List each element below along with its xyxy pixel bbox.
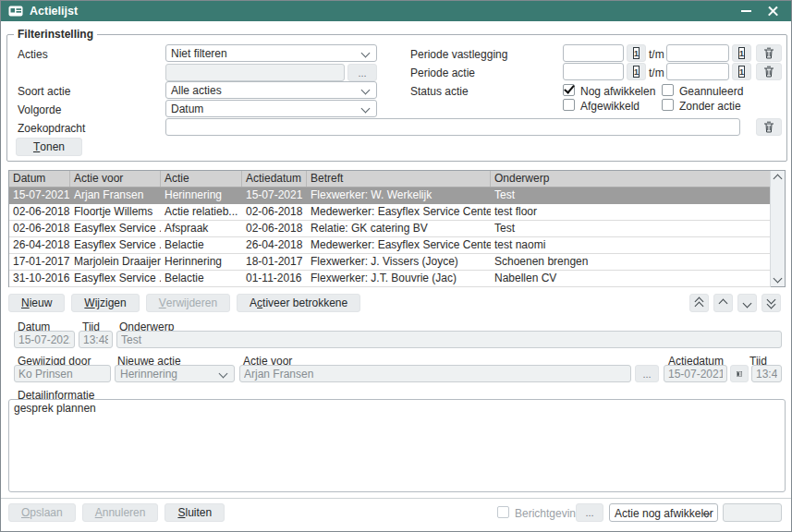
- periode-vastlegging-to-calendar-button[interactable]: [732, 44, 751, 62]
- minimize-button[interactable]: [736, 4, 756, 18]
- cell-betreft: Flexwerker: J. Vissers (Joyce): [307, 254, 491, 270]
- chevron-up-icon: [719, 298, 728, 308]
- action-button-bar: Nieuw Wijzigen Verwijderen Activeer betr…: [8, 294, 360, 312]
- column-header-actie-voor[interactable]: Actie voor: [70, 171, 161, 187]
- table-row[interactable]: 02-06-2018 Floortje Willems Actie relati…: [9, 204, 771, 221]
- calendar-grid-icon: [737, 369, 742, 380]
- periode-vastlegging-from-calendar-button[interactable]: [627, 44, 646, 62]
- cell-datum: 26-04-2018: [9, 237, 70, 253]
- cell-betreft: Flexwerker: J.T. Bouvrie (Jac): [307, 271, 491, 286]
- nog-afwikkelen-checkbox[interactable]: [563, 84, 575, 96]
- cell-datum: 31-10-2016: [9, 271, 70, 286]
- detail-datum-input[interactable]: [14, 331, 75, 348]
- table-row[interactable]: 15-07-2021 Arjan Fransen Herinnering 15-…: [9, 187, 771, 204]
- actielijst-icon: [8, 6, 23, 17]
- periode-actie-to-calendar-button[interactable]: [732, 63, 751, 80]
- footer-button-bar: Opslaan Annuleren Sluiten: [8, 503, 225, 522]
- periode-actie-to-input[interactable]: [666, 63, 729, 80]
- periode-actie-clear-button[interactable]: [756, 63, 782, 80]
- cell-betreft: Medewerker: Easyflex Service Center: [307, 237, 491, 253]
- cell-onderwerp: Test: [491, 187, 771, 203]
- table-row[interactable]: 02-06-2018 Easyflex Service ... Afspraak…: [9, 221, 771, 237]
- activeer-betrokkene-button[interactable]: Activeer betrokkene: [237, 294, 360, 312]
- cell-actie: Herinnering: [161, 254, 242, 270]
- cell-actie: Afspraak: [161, 221, 242, 236]
- last-record-button[interactable]: [762, 294, 781, 312]
- actie-status-select[interactable]: Actie nog afwikkeler: [609, 503, 718, 522]
- cell-actie-voor: Easyflex Service ...: [70, 221, 161, 236]
- first-record-button[interactable]: [689, 294, 709, 312]
- cell-datum: 17-01-2017: [9, 254, 70, 270]
- annuleren-button[interactable]: Annuleren: [82, 503, 159, 522]
- previous-record-button[interactable]: [713, 294, 733, 312]
- gewijzigd-door-input[interactable]: [14, 365, 111, 382]
- footer-divider: [1, 498, 791, 499]
- status-actie-label: Status actie: [410, 85, 469, 98]
- geannuleerd-checkbox[interactable]: [662, 84, 674, 96]
- cell-datum: 02-06-2018: [9, 204, 70, 220]
- table-row[interactable]: 26-04-2018 Easyflex Service ... Belactie…: [9, 237, 771, 254]
- berichtgeving-checkbox[interactable]: [497, 506, 509, 518]
- scroll-up-button[interactable]: [771, 171, 785, 185]
- footer-extra-input[interactable]: [723, 503, 782, 522]
- detail-onderwerp-input[interactable]: [116, 331, 782, 348]
- actie-voor-browse-button[interactable]: ...: [635, 365, 659, 382]
- close-button[interactable]: [763, 4, 784, 18]
- volgorde-label: Volgorde: [18, 103, 61, 116]
- cell-actie-voor: Easyflex Service ...: [70, 271, 161, 286]
- table-row[interactable]: 17-01-2017 Marjolein Draaijer Herinnerin…: [9, 254, 771, 271]
- tm-label: t/m: [649, 48, 664, 61]
- periode-actie-from-input[interactable]: [563, 63, 624, 80]
- soort-actie-select[interactable]: Alle acties: [165, 81, 377, 99]
- cell-datum: 02-06-2018: [9, 221, 70, 236]
- scroll-down-button[interactable]: [771, 272, 785, 286]
- wijzigen-button[interactable]: Wijzigen: [71, 294, 139, 312]
- nieuwe-actie-select[interactable]: Herinnering: [115, 365, 235, 382]
- sluiten-button[interactable]: Sluiten: [164, 503, 225, 522]
- column-header-onderwerp[interactable]: Onderwerp: [491, 171, 771, 187]
- opslaan-button[interactable]: Opslaan: [8, 503, 76, 522]
- cell-actie: Belactie: [161, 271, 242, 286]
- actiedatum-calendar-button[interactable]: [730, 365, 749, 382]
- trash-icon: [763, 121, 774, 133]
- actie-voor-input[interactable]: [239, 365, 631, 382]
- periode-vastlegging-from-input[interactable]: [563, 44, 624, 62]
- cell-actiedatum: 01-11-2016: [242, 271, 307, 286]
- nieuw-button[interactable]: Nieuw: [8, 294, 65, 312]
- periode-vastlegging-clear-button[interactable]: [756, 44, 782, 62]
- detail-tijd-input[interactable]: [79, 331, 113, 348]
- verwijderen-button[interactable]: Verwijderen: [146, 294, 230, 312]
- periode-actie-from-calendar-button[interactable]: [627, 63, 646, 80]
- cell-onderwerp: test naomi: [491, 237, 771, 253]
- afgewikkeld-checkbox[interactable]: [563, 99, 575, 111]
- acties-browse-button[interactable]: ...: [347, 64, 377, 81]
- cell-actiedatum: 18-01-2017: [242, 254, 307, 270]
- zoekopdracht-input[interactable]: [165, 118, 740, 136]
- cell-actiedatum: 15-07-2021: [242, 187, 307, 203]
- cell-actie: Actie relatieb...: [161, 204, 242, 220]
- column-header-actie[interactable]: Actie: [161, 171, 242, 187]
- column-header-datum[interactable]: Datum: [9, 171, 70, 187]
- cell-betreft: Flexwerker: W. Werkelijk: [307, 187, 491, 203]
- zoekopdracht-clear-button[interactable]: [756, 118, 782, 136]
- cell-actiedatum: 26-04-2018: [242, 237, 307, 253]
- cell-actie-voor: Floortje Willems: [70, 204, 161, 220]
- soort-actie-label: Soort actie: [18, 85, 70, 98]
- tonen-button[interactable]: Tonen: [16, 138, 82, 156]
- column-header-betreft[interactable]: Betreft: [307, 171, 491, 187]
- acties-select[interactable]: Niet filteren: [165, 44, 377, 62]
- periode-vastlegging-to-input[interactable]: [666, 44, 729, 62]
- next-record-button[interactable]: [737, 294, 757, 312]
- acties-sub-input[interactable]: [165, 64, 345, 81]
- detailinformatie-textarea[interactable]: gesprek plannen: [8, 399, 786, 492]
- zonder-actie-checkbox[interactable]: [662, 99, 674, 111]
- tijd2-input[interactable]: [751, 365, 782, 382]
- cell-onderwerp: Nabellen CV: [491, 271, 771, 286]
- volgorde-select[interactable]: Datum: [165, 100, 377, 117]
- table-scrollbar[interactable]: [770, 171, 785, 286]
- actiedatum-input[interactable]: [664, 365, 727, 382]
- column-header-actiedatum[interactable]: Actiedatum: [242, 171, 307, 187]
- table-row[interactable]: 31-10-2016 Easyflex Service ... Belactie…: [9, 271, 771, 287]
- cell-betreft: Medewerker: Easyflex Service Center: [307, 204, 491, 220]
- berichtgeving-browse-button[interactable]: ...: [576, 503, 603, 522]
